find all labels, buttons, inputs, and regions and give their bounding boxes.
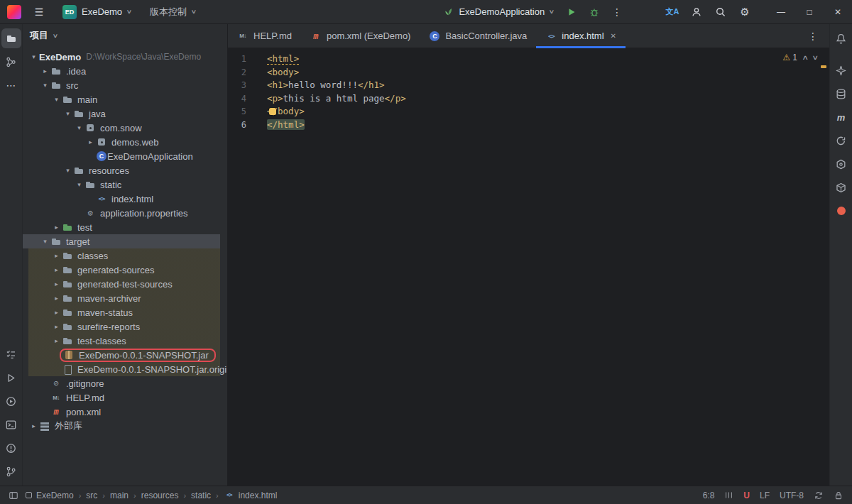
tree-item-maven-archiver[interactable]: ▸maven-archiver <box>23 291 220 305</box>
todo-tool-button[interactable] <box>1 344 21 364</box>
tree-chevron-icon[interactable]: ▸ <box>51 309 62 316</box>
tree-chevron-icon[interactable]: ▾ <box>74 181 84 188</box>
tree-item-application-properties[interactable]: ⚙application.properties <box>23 206 220 220</box>
tree-chevron-icon[interactable]: ▾ <box>62 167 73 174</box>
close-tab-icon[interactable]: ✕ <box>611 32 616 40</box>
tree-item-exedemoapplication[interactable]: CExeDemoApplication <box>23 149 220 163</box>
tree-chevron-icon[interactable]: ▸ <box>51 224 62 231</box>
tree-item-generated-test-sources[interactable]: ▸generated-test-sources <box>23 277 220 291</box>
caret-position[interactable]: 6:8 <box>703 491 715 500</box>
breadcrumb-item[interactable]: src <box>86 491 97 500</box>
tree-chevron-icon[interactable]: ▸ <box>40 67 50 75</box>
terminal-tool-button[interactable] <box>1 415 21 434</box>
tree-chevron-icon[interactable]: ▾ <box>51 96 62 103</box>
vcs-widget[interactable]: 版本控制 ∨ <box>144 1 202 23</box>
tree-chevron-icon[interactable]: ▾ <box>74 124 84 131</box>
tree-chevron-icon[interactable]: ▸ <box>51 323 62 330</box>
tree-item-target[interactable]: ▾target <box>23 234 220 248</box>
tree-chevron-icon[interactable]: ▾ <box>40 82 50 89</box>
tab-help-md[interactable]: M↓HELP.md <box>228 24 301 48</box>
gradle-tool-button[interactable] <box>831 131 851 150</box>
error-stripe-mark[interactable] <box>821 65 826 68</box>
tree-chevron-icon[interactable]: ▸ <box>51 337 62 344</box>
tree-item-help-md[interactable]: M↓HELP.md <box>23 390 220 405</box>
file-encoding[interactable]: UTF-8 <box>780 491 804 500</box>
tree-chevron-icon[interactable]: ▸ <box>85 138 96 146</box>
tree-chevron-icon[interactable]: ▾ <box>28 53 39 60</box>
line-number[interactable]: 2 <box>228 66 256 80</box>
line-number[interactable]: 5 <box>228 105 256 119</box>
tree-item-test[interactable]: ▸test <box>23 220 220 234</box>
tree-chevron-icon[interactable]: ▸ <box>51 266 62 273</box>
tree-item-java[interactable]: ▾java <box>23 106 220 121</box>
run-config-selector[interactable]: ExeDemoApplication ∨ <box>437 1 559 23</box>
close-button[interactable]: ✕ <box>824 0 852 24</box>
breadcrumb-item[interactable]: static <box>191 491 211 500</box>
tree-item-demos-web[interactable]: ▸demos.web <box>23 135 220 149</box>
tree-item-test-classes[interactable]: ▸test-classes <box>23 334 220 348</box>
prev-warning-icon[interactable]: ∧ <box>802 54 809 61</box>
tree-item-index-html[interactable]: <>index.html <box>23 192 220 206</box>
line-separator[interactable]: LF <box>760 491 770 500</box>
more-actions-button[interactable]: ⋮ <box>606 1 628 23</box>
tree-item-classes[interactable]: ▸classes <box>23 248 220 263</box>
tree-item-exedemo[interactable]: ▾ExeDemoD:\WorkSpace\Java\ExeDemo <box>23 50 220 64</box>
tree-item-surefire-reports[interactable]: ▸surefire-reports <box>23 319 220 334</box>
breadcrumb-item[interactable]: main <box>110 491 129 500</box>
run-tool-button[interactable] <box>1 368 21 388</box>
tree-chevron-icon[interactable]: ▸ <box>51 252 62 259</box>
tree-item-exedemo-0-0-1-snapshot-jar-original[interactable]: ExeDemo-0.0.1-SNAPSHOT.jar.original <box>23 362 220 376</box>
bookmark-icon[interactable] <box>269 108 276 115</box>
next-warning-icon[interactable]: ∨ <box>812 54 819 61</box>
build-tool-button[interactable] <box>831 177 851 197</box>
database-tool-button[interactable] <box>831 84 851 104</box>
tree-item-external-libraries[interactable]: ▸外部库 <box>23 419 220 433</box>
line-number[interactable]: 1 <box>228 53 256 66</box>
tree-item-com-snow[interactable]: ▾com.snow <box>23 121 220 135</box>
debug-button[interactable] <box>584 1 605 23</box>
tree-item-exedemo-0-0-1-snapshot-jar[interactable]: ExeDemo-0.0.1-SNAPSHOT.jar <box>23 348 220 362</box>
layout-icon[interactable] <box>9 491 18 500</box>
profiler-tool-button[interactable] <box>831 201 851 221</box>
translate-button[interactable]: 文A <box>662 1 683 23</box>
line-number[interactable]: 3 <box>228 79 256 92</box>
project-widget[interactable]: ED ExeDemo ∨ <box>57 1 137 23</box>
line-number[interactable]: 6 <box>228 119 256 132</box>
minimize-button[interactable]: — <box>767 0 795 24</box>
tab-options-button[interactable]: ⋮ <box>802 26 824 47</box>
notifications-tool-button[interactable] <box>831 28 851 48</box>
project-tool-button[interactable] <box>1 28 21 48</box>
breadcrumb-item[interactable]: ExeDemo <box>25 491 74 500</box>
lock-icon[interactable] <box>834 491 843 500</box>
breadcrumb-item[interactable]: <>index.html <box>224 490 278 501</box>
user-button[interactable] <box>686 1 707 23</box>
settings-button[interactable]: ⚙ <box>734 1 755 23</box>
inspections-widget[interactable]: ⚠ 1 ∧ ∨ <box>782 53 818 62</box>
tree-item-resources[interactable]: ▾resources <box>23 163 220 177</box>
tree-item-static[interactable]: ▾static <box>23 177 220 192</box>
tree-item-main[interactable]: ▾main <box>23 92 220 106</box>
code-editor[interactable]: 1<html>2<body>3<h1>hello word!!!</h1>4<p… <box>228 48 829 486</box>
maven-tool-button[interactable]: m <box>831 107 851 127</box>
indent-columns-icon[interactable] <box>724 491 733 500</box>
tree-item-gitignore[interactable]: ⊘.gitignore <box>23 376 220 390</box>
services-tool-button[interactable] <box>1 391 21 411</box>
file-status-badge[interactable]: U <box>743 491 750 500</box>
tree-item-src[interactable]: ▾src <box>23 78 220 92</box>
run-button[interactable] <box>561 1 582 23</box>
search-button[interactable] <box>710 1 731 23</box>
tree-item-idea[interactable]: ▸.idea <box>23 64 220 78</box>
chevron-down-icon[interactable]: ∨ <box>53 33 59 39</box>
tab-index-html[interactable]: <>index.html✕ <box>536 24 626 48</box>
maximize-button[interactable]: □ <box>795 0 824 24</box>
problems-tool-button[interactable] <box>1 438 21 458</box>
tree-chevron-icon[interactable]: ▾ <box>62 110 73 117</box>
tab-pom-xml-exedemo[interactable]: mpom.xml (ExeDemo) <box>301 24 420 48</box>
tree-chevron-icon[interactable]: ▸ <box>28 422 39 429</box>
main-menu-button[interactable]: ☰ <box>28 1 50 23</box>
dependencies-tool-button[interactable] <box>831 154 851 174</box>
tree-item-generated-sources[interactable]: ▸generated-sources <box>23 263 220 277</box>
tree-item-maven-status[interactable]: ▸maven-status <box>23 305 220 319</box>
tree-chevron-icon[interactable]: ▸ <box>51 295 62 302</box>
sync-icon[interactable] <box>814 491 824 500</box>
